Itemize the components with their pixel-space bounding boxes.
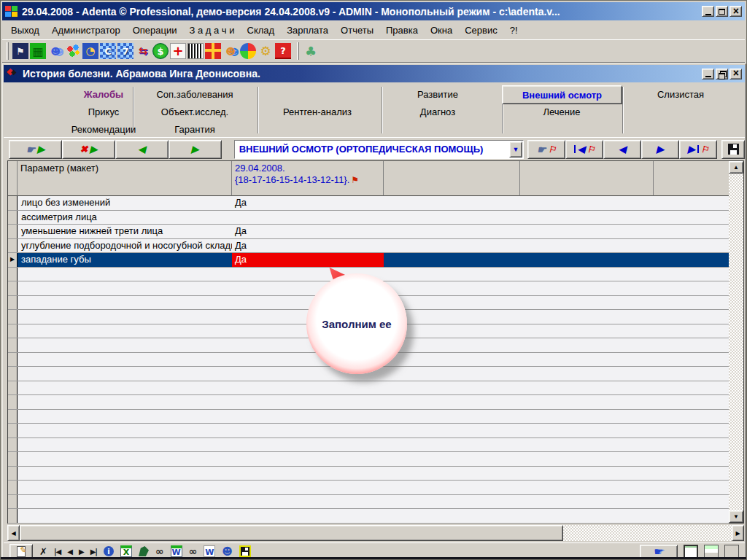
tab-bite[interactable]: Прикус — [88, 106, 120, 117]
info-icon[interactable]: i — [104, 546, 114, 556]
child-minimize-button[interactable] — [702, 69, 714, 79]
staff-icon[interactable] — [222, 43, 239, 59]
layout-single-button[interactable] — [684, 545, 698, 559]
person-icon[interactable]: ☻ — [222, 545, 233, 557]
table-row[interactable]: уменьшение нижней трети лица Да — [8, 225, 729, 239]
close-button[interactable] — [729, 6, 742, 17]
pick-template-button[interactable] — [9, 140, 62, 159]
leaf-icon[interactable] — [139, 546, 149, 556]
table-row-empty[interactable] — [8, 410, 729, 424]
menu-item-warehouse[interactable]: Склад — [247, 25, 275, 36]
last-row-icon[interactable]: ▶| — [90, 548, 97, 556]
scroll-left-button[interactable]: ◀ — [7, 525, 20, 541]
save-button[interactable] — [721, 140, 745, 159]
layout-full-button[interactable] — [724, 545, 739, 559]
value-cell[interactable]: Да — [232, 225, 384, 238]
flower-icon[interactable] — [303, 43, 319, 59]
word-export-icon[interactable]: W — [171, 545, 182, 557]
scroll-up-button[interactable]: ▲ — [729, 161, 743, 174]
tab-warranty[interactable]: Гарантия — [174, 124, 214, 135]
green-grid-icon[interactable] — [30, 43, 46, 59]
child-restore-button[interactable] — [716, 69, 728, 79]
next-record-button[interactable] — [641, 140, 679, 159]
tab-diagnosis[interactable]: Диагноз — [420, 106, 455, 117]
help-book-icon[interactable] — [275, 43, 291, 59]
dollar-icon[interactable] — [152, 43, 169, 59]
barcode-icon[interactable] — [187, 43, 204, 59]
balloons-icon[interactable] — [65, 43, 81, 59]
value-cell[interactable] — [232, 211, 384, 225]
tab-xray-analysis[interactable]: Рентген-анализ — [283, 106, 352, 117]
edit-record-button[interactable] — [9, 544, 33, 559]
save-disk-icon[interactable] — [239, 545, 251, 557]
first-record-button[interactable] — [565, 140, 603, 159]
dropdown-arrow-icon[interactable]: ▼ — [509, 141, 522, 158]
table-row-empty[interactable] — [8, 395, 729, 410]
next-row-icon[interactable]: ▶ — [79, 548, 84, 556]
first-row-icon[interactable]: |◀ — [54, 548, 61, 556]
excel-export-icon[interactable]: X — [120, 545, 132, 557]
horizontal-scrollbar[interactable]: ◀ ▶ — [7, 525, 744, 541]
menu-item-help[interactable]: ?! — [510, 25, 518, 36]
transfer-arrows-icon[interactable] — [135, 43, 151, 59]
value-cell[interactable]: Да — [232, 239, 384, 253]
menu-item-reports[interactable]: Отчеты — [341, 25, 374, 36]
delete-icon[interactable]: ✗ — [39, 546, 47, 557]
table-row-empty[interactable] — [8, 495, 729, 510]
delete-template-button[interactable] — [62, 140, 115, 159]
table-row[interactable]: лицо без изменений Да — [8, 196, 729, 211]
gear-icon[interactable] — [258, 43, 274, 59]
tab-complaints[interactable]: Жалобы — [84, 89, 123, 100]
menu-item-exit[interactable]: Выход — [11, 25, 39, 36]
scroll-down-button[interactable]: ▼ — [729, 510, 743, 523]
word-template-icon[interactable]: W — [204, 545, 215, 557]
table-row-empty[interactable] — [8, 452, 729, 467]
tab-mucosa[interactable]: Слизистая — [657, 89, 704, 100]
binoculars-icon[interactable]: ∞ — [155, 545, 164, 557]
tab-development[interactable]: Развитие — [417, 89, 458, 100]
prev-record-button[interactable] — [603, 140, 641, 159]
maximize-button[interactable] — [716, 6, 728, 17]
child-close-button[interactable] — [729, 69, 742, 79]
prev-row-icon[interactable]: ◀ — [67, 548, 72, 556]
table-row-empty[interactable] — [8, 467, 729, 481]
scrollbar-thumb[interactable] — [20, 525, 563, 541]
scroll-right-button[interactable]: ▶ — [732, 525, 744, 541]
menu-item-salary[interactable]: Зарплата — [287, 25, 328, 36]
clock-icon[interactable] — [82, 43, 98, 59]
last-record-button[interactable] — [679, 140, 717, 159]
tab-comorbidities[interactable]: Соп.заболевания — [156, 89, 233, 100]
table-row-selected[interactable]: западание губы Да — [8, 253, 729, 268]
menu-item-edit[interactable]: Правка — [386, 25, 418, 36]
table-row-empty[interactable] — [8, 481, 729, 495]
first-aid-icon[interactable] — [170, 43, 186, 59]
value-cell[interactable]: Да — [232, 196, 384, 210]
prev-template-button[interactable] — [115, 140, 169, 159]
binoculars-icon[interactable]: ∞ — [189, 545, 198, 557]
layout-split-button[interactable] — [704, 545, 719, 559]
gift-icon[interactable] — [205, 43, 221, 59]
toolbar-grip[interactable] — [297, 42, 299, 60]
table-row-empty[interactable] — [8, 509, 729, 524]
hand-tool-button[interactable] — [640, 545, 678, 559]
pick-record-button[interactable] — [527, 140, 565, 159]
menu-item-windows[interactable]: Окна — [430, 25, 452, 36]
tab-recommendations[interactable]: Рекомендации — [71, 124, 136, 135]
table-row[interactable]: ассиметрия лица — [8, 211, 729, 225]
tab-external-exam[interactable]: Внешний осмотр — [502, 85, 622, 104]
tab-treatment[interactable]: Лечение — [543, 106, 580, 117]
menu-item-administrator[interactable]: Администратор — [52, 25, 120, 36]
menu-item-operations[interactable]: Операции — [133, 25, 177, 36]
vertical-scrollbar[interactable]: ▲ ▼ — [729, 161, 743, 523]
table-row-empty[interactable] — [8, 424, 729, 438]
toolbar-grip[interactable] — [7, 42, 9, 60]
users-icon[interactable] — [47, 43, 63, 59]
table-row-empty[interactable] — [8, 381, 729, 396]
menu-item-tasks[interactable]: З а д а ч и — [190, 25, 235, 36]
minimize-button[interactable] — [702, 6, 714, 17]
calendar-c-icon[interactable] — [100, 43, 116, 59]
menu-item-service[interactable]: Сервис — [465, 25, 498, 36]
template-dropdown[interactable]: ВНЕШНИЙ ОСМОТР (ОРТОПЕДИЧЕСКАЯ ПОМОЩЬ) ▼ — [234, 140, 524, 159]
next-template-button[interactable] — [169, 140, 222, 159]
checkered-flag-icon[interactable] — [12, 43, 28, 59]
